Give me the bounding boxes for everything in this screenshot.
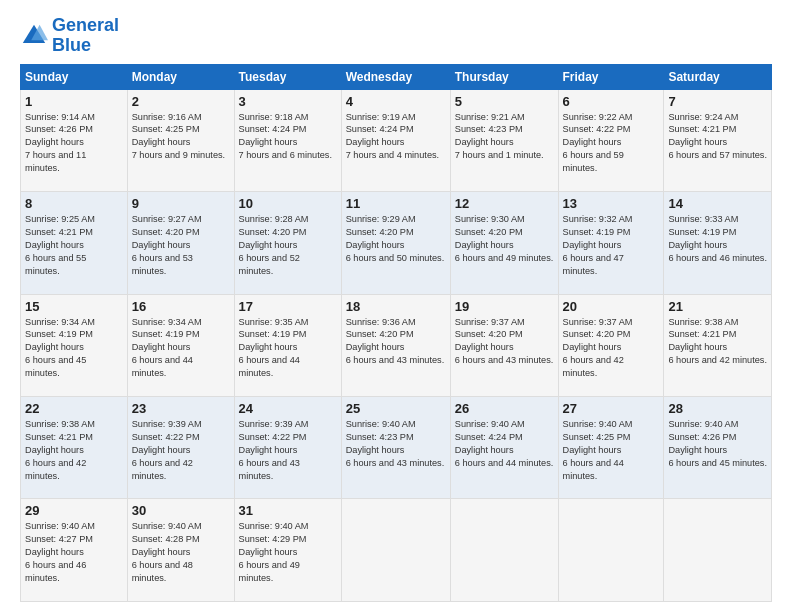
week-row-4: 22Sunrise: 9:38 AMSunset: 4:21 PMDayligh… [21,397,772,499]
weekday-header-sunday: Sunday [21,64,128,89]
calendar-cell: 25Sunrise: 9:40 AMSunset: 4:23 PMDayligh… [341,397,450,499]
day-number: 31 [239,503,337,518]
day-number: 22 [25,401,123,416]
day-number: 16 [132,299,230,314]
weekday-header-monday: Monday [127,64,234,89]
calendar-cell: 29Sunrise: 9:40 AMSunset: 4:27 PMDayligh… [21,499,128,602]
calendar-cell: 6Sunrise: 9:22 AMSunset: 4:22 PMDaylight… [558,89,664,191]
day-detail: Sunrise: 9:32 AMSunset: 4:19 PMDaylight … [563,213,660,277]
day-number: 15 [25,299,123,314]
day-detail: Sunrise: 9:40 AMSunset: 4:27 PMDaylight … [25,520,123,584]
day-number: 27 [563,401,660,416]
calendar-cell: 30Sunrise: 9:40 AMSunset: 4:28 PMDayligh… [127,499,234,602]
weekday-header-saturday: Saturday [664,64,772,89]
logo: General Blue [20,16,119,56]
day-detail: Sunrise: 9:38 AMSunset: 4:21 PMDaylight … [668,316,767,368]
weekday-header-thursday: Thursday [450,64,558,89]
week-row-3: 15Sunrise: 9:34 AMSunset: 4:19 PMDayligh… [21,294,772,396]
calendar-cell: 12Sunrise: 9:30 AMSunset: 4:20 PMDayligh… [450,192,558,294]
day-detail: Sunrise: 9:37 AMSunset: 4:20 PMDaylight … [455,316,554,368]
day-detail: Sunrise: 9:18 AMSunset: 4:24 PMDaylight … [239,111,337,163]
day-detail: Sunrise: 9:34 AMSunset: 4:19 PMDaylight … [25,316,123,380]
day-number: 28 [668,401,767,416]
calendar-cell: 5Sunrise: 9:21 AMSunset: 4:23 PMDaylight… [450,89,558,191]
day-number: 24 [239,401,337,416]
day-number: 9 [132,196,230,211]
weekday-header-row: SundayMondayTuesdayWednesdayThursdayFrid… [21,64,772,89]
day-number: 25 [346,401,446,416]
day-detail: Sunrise: 9:39 AMSunset: 4:22 PMDaylight … [239,418,337,482]
day-detail: Sunrise: 9:40 AMSunset: 4:28 PMDaylight … [132,520,230,584]
calendar-cell: 11Sunrise: 9:29 AMSunset: 4:20 PMDayligh… [341,192,450,294]
day-detail: Sunrise: 9:40 AMSunset: 4:26 PMDaylight … [668,418,767,470]
calendar-cell: 3Sunrise: 9:18 AMSunset: 4:24 PMDaylight… [234,89,341,191]
day-detail: Sunrise: 9:25 AMSunset: 4:21 PMDaylight … [25,213,123,277]
calendar-cell: 4Sunrise: 9:19 AMSunset: 4:24 PMDaylight… [341,89,450,191]
day-detail: Sunrise: 9:36 AMSunset: 4:20 PMDaylight … [346,316,446,368]
day-detail: Sunrise: 9:40 AMSunset: 4:25 PMDaylight … [563,418,660,482]
calendar-cell: 10Sunrise: 9:28 AMSunset: 4:20 PMDayligh… [234,192,341,294]
day-number: 12 [455,196,554,211]
calendar-table: SundayMondayTuesdayWednesdayThursdayFrid… [20,64,772,602]
page-header: General Blue [20,16,772,56]
day-detail: Sunrise: 9:40 AMSunset: 4:24 PMDaylight … [455,418,554,470]
week-row-5: 29Sunrise: 9:40 AMSunset: 4:27 PMDayligh… [21,499,772,602]
day-number: 23 [132,401,230,416]
day-detail: Sunrise: 9:19 AMSunset: 4:24 PMDaylight … [346,111,446,163]
day-number: 8 [25,196,123,211]
day-detail: Sunrise: 9:14 AMSunset: 4:26 PMDaylight … [25,111,123,175]
logo-icon [20,22,48,50]
calendar-cell: 19Sunrise: 9:37 AMSunset: 4:20 PMDayligh… [450,294,558,396]
calendar-cell: 23Sunrise: 9:39 AMSunset: 4:22 PMDayligh… [127,397,234,499]
calendar-cell: 9Sunrise: 9:27 AMSunset: 4:20 PMDaylight… [127,192,234,294]
calendar-cell: 2Sunrise: 9:16 AMSunset: 4:25 PMDaylight… [127,89,234,191]
day-detail: Sunrise: 9:37 AMSunset: 4:20 PMDaylight … [563,316,660,380]
day-number: 19 [455,299,554,314]
calendar-cell: 1Sunrise: 9:14 AMSunset: 4:26 PMDaylight… [21,89,128,191]
day-number: 29 [25,503,123,518]
day-number: 4 [346,94,446,109]
calendar-cell: 21Sunrise: 9:38 AMSunset: 4:21 PMDayligh… [664,294,772,396]
day-detail: Sunrise: 9:22 AMSunset: 4:22 PMDaylight … [563,111,660,175]
calendar-cell: 7Sunrise: 9:24 AMSunset: 4:21 PMDaylight… [664,89,772,191]
calendar-cell [450,499,558,602]
day-detail: Sunrise: 9:16 AMSunset: 4:25 PMDaylight … [132,111,230,163]
day-number: 30 [132,503,230,518]
day-detail: Sunrise: 9:30 AMSunset: 4:20 PMDaylight … [455,213,554,265]
calendar-cell: 27Sunrise: 9:40 AMSunset: 4:25 PMDayligh… [558,397,664,499]
day-detail: Sunrise: 9:27 AMSunset: 4:20 PMDaylight … [132,213,230,277]
calendar-cell: 18Sunrise: 9:36 AMSunset: 4:20 PMDayligh… [341,294,450,396]
calendar-body: 1Sunrise: 9:14 AMSunset: 4:26 PMDaylight… [21,89,772,601]
day-detail: Sunrise: 9:40 AMSunset: 4:23 PMDaylight … [346,418,446,470]
day-number: 18 [346,299,446,314]
calendar-cell: 8Sunrise: 9:25 AMSunset: 4:21 PMDaylight… [21,192,128,294]
day-number: 5 [455,94,554,109]
calendar-cell: 28Sunrise: 9:40 AMSunset: 4:26 PMDayligh… [664,397,772,499]
day-detail: Sunrise: 9:35 AMSunset: 4:19 PMDaylight … [239,316,337,380]
logo-text: General Blue [52,16,119,56]
weekday-header-friday: Friday [558,64,664,89]
calendar-cell: 20Sunrise: 9:37 AMSunset: 4:20 PMDayligh… [558,294,664,396]
day-number: 21 [668,299,767,314]
day-number: 20 [563,299,660,314]
calendar-cell [664,499,772,602]
calendar-cell: 13Sunrise: 9:32 AMSunset: 4:19 PMDayligh… [558,192,664,294]
day-number: 14 [668,196,767,211]
weekday-header-wednesday: Wednesday [341,64,450,89]
day-number: 17 [239,299,337,314]
calendar-header: SundayMondayTuesdayWednesdayThursdayFrid… [21,64,772,89]
calendar-page: General Blue SundayMondayTuesdayWednesda… [0,0,792,612]
week-row-1: 1Sunrise: 9:14 AMSunset: 4:26 PMDaylight… [21,89,772,191]
calendar-cell [558,499,664,602]
day-detail: Sunrise: 9:34 AMSunset: 4:19 PMDaylight … [132,316,230,380]
calendar-cell: 15Sunrise: 9:34 AMSunset: 4:19 PMDayligh… [21,294,128,396]
day-number: 26 [455,401,554,416]
week-row-2: 8Sunrise: 9:25 AMSunset: 4:21 PMDaylight… [21,192,772,294]
day-detail: Sunrise: 9:39 AMSunset: 4:22 PMDaylight … [132,418,230,482]
day-detail: Sunrise: 9:28 AMSunset: 4:20 PMDaylight … [239,213,337,277]
day-number: 2 [132,94,230,109]
calendar-cell: 16Sunrise: 9:34 AMSunset: 4:19 PMDayligh… [127,294,234,396]
calendar-cell: 26Sunrise: 9:40 AMSunset: 4:24 PMDayligh… [450,397,558,499]
calendar-cell: 17Sunrise: 9:35 AMSunset: 4:19 PMDayligh… [234,294,341,396]
day-number: 7 [668,94,767,109]
